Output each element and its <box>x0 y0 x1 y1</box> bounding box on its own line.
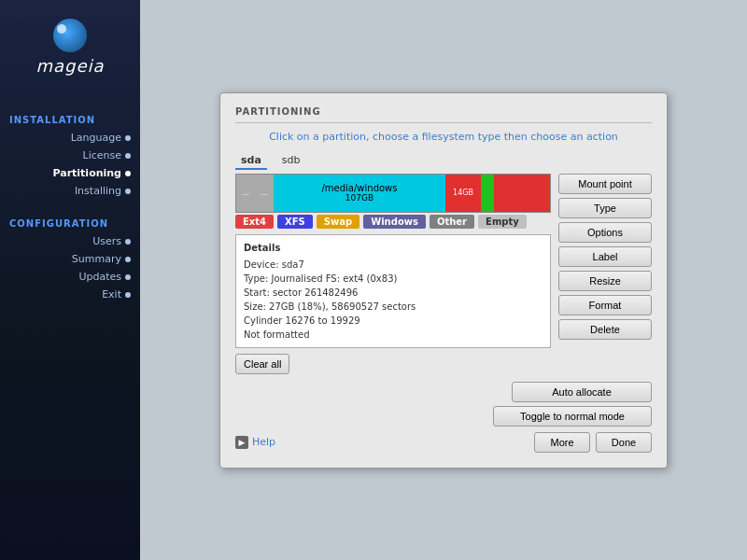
logo-area: mageia <box>26 9 113 85</box>
installation-section-title: INSTALLATION <box>0 111 140 129</box>
detail-line-4: Size: 27GB (18%), 58690527 sectors <box>244 300 543 314</box>
more-button[interactable]: More <box>534 432 590 453</box>
resize-button[interactable]: Resize <box>558 271 652 291</box>
detail-line-3: Start: sector 261482496 <box>244 286 543 300</box>
delete-button[interactable]: Delete <box>558 319 652 340</box>
sidebar-item-label: Summary <box>72 253 121 265</box>
sidebar-dot-license <box>125 153 131 159</box>
sidebar-dot-exit <box>125 292 131 298</box>
partition-size-windows: 107GB <box>321 193 397 203</box>
partition-label-windows: /media/windows <box>321 183 397 193</box>
mageia-logo-icon <box>53 19 87 52</box>
sidebar-dot-summary <box>125 257 131 262</box>
disk-tabs: sda sdb <box>235 152 652 170</box>
partition-seg-small1[interactable]: ... <box>236 175 255 212</box>
main-content: PARTITIONING Click on a partition, choos… <box>140 0 747 560</box>
legend-windows[interactable]: Windows <box>363 215 426 229</box>
label-button[interactable]: Label <box>558 246 652 267</box>
sidebar-dot-users <box>125 239 131 245</box>
legend-xfs[interactable]: XFS <box>277 215 313 229</box>
bottom-left-area: Clear all <box>235 354 551 378</box>
dialog-subtitle: Click on a partition, choose a filesyste… <box>235 131 652 143</box>
configuration-section-title: CONFIGURATION <box>0 215 140 232</box>
disk-tab-sdb[interactable]: sdb <box>276 152 306 170</box>
partitioning-dialog: PARTITIONING Click on a partition, choos… <box>219 92 668 469</box>
sidebar-item-users[interactable]: Users <box>0 232 140 250</box>
partition-seg-red1[interactable]: 14GB <box>445 175 481 212</box>
detail-line-2: Type: Journalised FS: ext4 (0x83) <box>244 272 543 286</box>
sidebar-item-partitioning[interactable]: Partitioning <box>0 164 140 182</box>
detail-line-1: Device: sda7 <box>244 258 543 272</box>
sidebar-item-installing[interactable]: Installing <box>0 182 140 200</box>
right-bottom-buttons: Auto allocate Toggle to normal mode <box>235 382 652 427</box>
right-buttons-col: Mount point Type Options Label Resize Fo… <box>558 174 652 378</box>
more-done-buttons: More Done <box>534 432 652 453</box>
legend-empty[interactable]: Empty <box>478 215 527 229</box>
logo-text: mageia <box>35 56 104 76</box>
help-link[interactable]: ▶ Help <box>235 436 275 449</box>
legend-ext4[interactable]: Ext4 <box>235 215 274 229</box>
legend-row: Ext4 XFS Swap Windows Other Empty <box>235 215 551 229</box>
type-button[interactable]: Type <box>558 198 652 218</box>
partition-seg-red2[interactable] <box>494 175 550 212</box>
sidebar-item-label: License <box>83 149 121 161</box>
partition-seg-small2[interactable]: ... <box>255 175 274 212</box>
sidebar-item-label: Partitioning <box>52 167 121 179</box>
sidebar-item-exit[interactable]: Exit <box>0 286 140 303</box>
format-button[interactable]: Format <box>558 295 652 315</box>
mount-point-button[interactable]: Mount point <box>558 174 652 194</box>
legend-other[interactable]: Other <box>430 215 474 229</box>
partition-seg-windows[interactable]: /media/windows 107GB <box>274 175 445 212</box>
sidebar: mageia INSTALLATION Language License Par… <box>0 0 140 560</box>
bottom-actions-row: ▶ Help More Done <box>235 432 652 453</box>
disk-tab-sda[interactable]: sda <box>235 152 267 170</box>
sidebar-dot-installing <box>125 189 131 194</box>
dialog-title: PARTITIONING <box>235 106 652 123</box>
sidebar-item-label: Exit <box>102 288 121 301</box>
sidebar-item-summary[interactable]: Summary <box>0 250 140 268</box>
auto-allocate-button[interactable]: Auto allocate <box>512 382 652 402</box>
legend-swap[interactable]: Swap <box>317 215 359 229</box>
details-box: Details Device: sda7 Type: Journalised F… <box>235 234 551 348</box>
clear-all-button[interactable]: Clear all <box>235 354 289 374</box>
done-button[interactable]: Done <box>596 432 652 453</box>
sidebar-item-language[interactable]: Language <box>0 129 140 147</box>
help-label: Help <box>252 436 275 448</box>
main-layout: ... ... /media/windows 107GB 14GB Ext4 <box>235 174 652 378</box>
sidebar-item-label: Language <box>71 132 121 144</box>
toggle-button[interactable]: Toggle to normal mode <box>493 406 652 427</box>
partition-bar[interactable]: ... ... /media/windows 107GB 14GB <box>235 174 551 213</box>
options-button[interactable]: Options <box>558 222 652 243</box>
details-title: Details <box>244 241 543 255</box>
sidebar-item-label: Users <box>92 235 121 247</box>
sidebar-item-label: Updates <box>78 271 121 283</box>
partition-seg-green[interactable] <box>481 175 494 212</box>
sidebar-dot-language <box>125 135 131 141</box>
sidebar-item-label: Installing <box>75 185 121 197</box>
left-col: ... ... /media/windows 107GB 14GB Ext4 <box>235 174 551 378</box>
detail-line-6: Not formatted <box>244 328 543 342</box>
detail-line-5: Cylinder 16276 to 19929 <box>244 314 543 328</box>
sidebar-dot-partitioning <box>125 171 131 176</box>
sidebar-item-updates[interactable]: Updates <box>0 268 140 286</box>
sidebar-item-license[interactable]: License <box>0 147 140 164</box>
sidebar-dot-updates <box>125 274 131 280</box>
help-icon: ▶ <box>235 436 248 449</box>
